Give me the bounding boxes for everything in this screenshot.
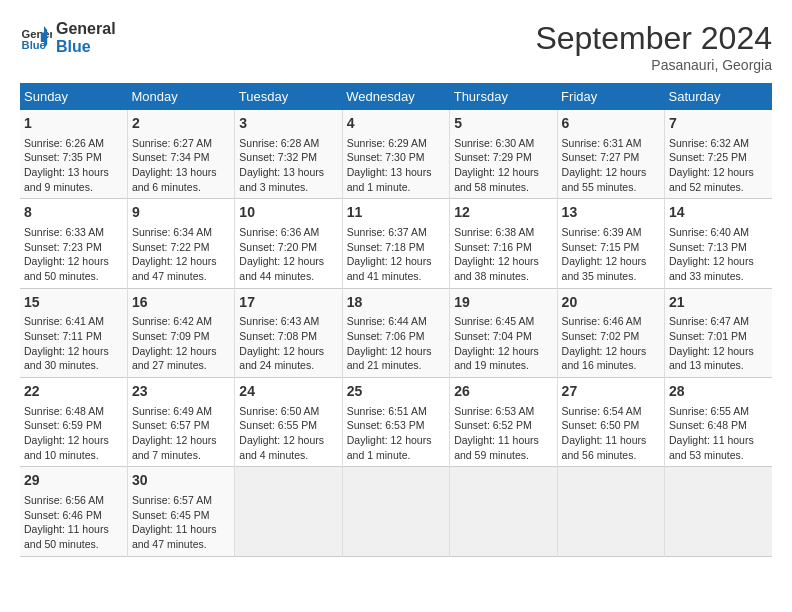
day-number: 16 [132, 293, 230, 313]
calendar-week-row: 8Sunrise: 6:33 AM Sunset: 7:23 PM Daylig… [20, 199, 772, 288]
col-header-thursday: Thursday [450, 83, 557, 110]
logo: General Blue General Blue [20, 20, 116, 55]
calendar-cell [450, 467, 557, 556]
calendar-cell: 12Sunrise: 6:38 AM Sunset: 7:16 PM Dayli… [450, 199, 557, 288]
day-info: Sunrise: 6:37 AM Sunset: 7:18 PM Dayligh… [347, 225, 445, 284]
logo-icon: General Blue [20, 22, 52, 54]
day-info: Sunrise: 6:28 AM Sunset: 7:32 PM Dayligh… [239, 136, 337, 195]
col-header-friday: Friday [557, 83, 664, 110]
day-info: Sunrise: 6:43 AM Sunset: 7:08 PM Dayligh… [239, 314, 337, 373]
month-title: September 2024 [535, 20, 772, 57]
day-info: Sunrise: 6:34 AM Sunset: 7:22 PM Dayligh… [132, 225, 230, 284]
col-header-saturday: Saturday [665, 83, 772, 110]
day-info: Sunrise: 6:53 AM Sunset: 6:52 PM Dayligh… [454, 404, 552, 463]
day-number: 8 [24, 203, 123, 223]
day-number: 19 [454, 293, 552, 313]
calendar-cell: 14Sunrise: 6:40 AM Sunset: 7:13 PM Dayli… [665, 199, 772, 288]
day-number: 17 [239, 293, 337, 313]
day-number: 28 [669, 382, 768, 402]
day-info: Sunrise: 6:50 AM Sunset: 6:55 PM Dayligh… [239, 404, 337, 463]
location: Pasanauri, Georgia [535, 57, 772, 73]
day-info: Sunrise: 6:39 AM Sunset: 7:15 PM Dayligh… [562, 225, 660, 284]
calendar-week-row: 22Sunrise: 6:48 AM Sunset: 6:59 PM Dayli… [20, 378, 772, 467]
day-number: 15 [24, 293, 123, 313]
day-info: Sunrise: 6:36 AM Sunset: 7:20 PM Dayligh… [239, 225, 337, 284]
calendar-cell: 24Sunrise: 6:50 AM Sunset: 6:55 PM Dayli… [235, 378, 342, 467]
calendar-cell: 13Sunrise: 6:39 AM Sunset: 7:15 PM Dayli… [557, 199, 664, 288]
day-number: 6 [562, 114, 660, 134]
day-info: Sunrise: 6:32 AM Sunset: 7:25 PM Dayligh… [669, 136, 768, 195]
calendar-cell [235, 467, 342, 556]
calendar-cell: 15Sunrise: 6:41 AM Sunset: 7:11 PM Dayli… [20, 288, 127, 377]
day-number: 24 [239, 382, 337, 402]
day-number: 29 [24, 471, 123, 491]
day-number: 7 [669, 114, 768, 134]
day-info: Sunrise: 6:47 AM Sunset: 7:01 PM Dayligh… [669, 314, 768, 373]
day-info: Sunrise: 6:51 AM Sunset: 6:53 PM Dayligh… [347, 404, 445, 463]
day-number: 23 [132, 382, 230, 402]
calendar-cell: 17Sunrise: 6:43 AM Sunset: 7:08 PM Dayli… [235, 288, 342, 377]
day-number: 4 [347, 114, 445, 134]
calendar-cell: 10Sunrise: 6:36 AM Sunset: 7:20 PM Dayli… [235, 199, 342, 288]
day-number: 30 [132, 471, 230, 491]
calendar-cell: 19Sunrise: 6:45 AM Sunset: 7:04 PM Dayli… [450, 288, 557, 377]
day-info: Sunrise: 6:42 AM Sunset: 7:09 PM Dayligh… [132, 314, 230, 373]
col-header-tuesday: Tuesday [235, 83, 342, 110]
day-info: Sunrise: 6:49 AM Sunset: 6:57 PM Dayligh… [132, 404, 230, 463]
logo-text-blue: Blue [56, 38, 116, 56]
day-info: Sunrise: 6:33 AM Sunset: 7:23 PM Dayligh… [24, 225, 123, 284]
calendar-week-row: 1Sunrise: 6:26 AM Sunset: 7:35 PM Daylig… [20, 110, 772, 199]
calendar-week-row: 15Sunrise: 6:41 AM Sunset: 7:11 PM Dayli… [20, 288, 772, 377]
day-info: Sunrise: 6:40 AM Sunset: 7:13 PM Dayligh… [669, 225, 768, 284]
day-info: Sunrise: 6:55 AM Sunset: 6:48 PM Dayligh… [669, 404, 768, 463]
day-number: 11 [347, 203, 445, 223]
calendar-cell: 5Sunrise: 6:30 AM Sunset: 7:29 PM Daylig… [450, 110, 557, 199]
day-info: Sunrise: 6:46 AM Sunset: 7:02 PM Dayligh… [562, 314, 660, 373]
calendar-cell: 4Sunrise: 6:29 AM Sunset: 7:30 PM Daylig… [342, 110, 449, 199]
calendar-cell: 21Sunrise: 6:47 AM Sunset: 7:01 PM Dayli… [665, 288, 772, 377]
day-number: 1 [24, 114, 123, 134]
day-number: 22 [24, 382, 123, 402]
calendar-table: SundayMondayTuesdayWednesdayThursdayFrid… [20, 83, 772, 557]
day-number: 18 [347, 293, 445, 313]
day-info: Sunrise: 6:27 AM Sunset: 7:34 PM Dayligh… [132, 136, 230, 195]
day-info: Sunrise: 6:56 AM Sunset: 6:46 PM Dayligh… [24, 493, 123, 552]
day-info: Sunrise: 6:26 AM Sunset: 7:35 PM Dayligh… [24, 136, 123, 195]
day-number: 21 [669, 293, 768, 313]
calendar-cell: 22Sunrise: 6:48 AM Sunset: 6:59 PM Dayli… [20, 378, 127, 467]
day-info: Sunrise: 6:30 AM Sunset: 7:29 PM Dayligh… [454, 136, 552, 195]
calendar-header-row: SundayMondayTuesdayWednesdayThursdayFrid… [20, 83, 772, 110]
calendar-cell: 8Sunrise: 6:33 AM Sunset: 7:23 PM Daylig… [20, 199, 127, 288]
day-info: Sunrise: 6:45 AM Sunset: 7:04 PM Dayligh… [454, 314, 552, 373]
calendar-cell: 2Sunrise: 6:27 AM Sunset: 7:34 PM Daylig… [127, 110, 234, 199]
day-info: Sunrise: 6:57 AM Sunset: 6:45 PM Dayligh… [132, 493, 230, 552]
calendar-cell: 11Sunrise: 6:37 AM Sunset: 7:18 PM Dayli… [342, 199, 449, 288]
calendar-cell: 26Sunrise: 6:53 AM Sunset: 6:52 PM Dayli… [450, 378, 557, 467]
day-number: 26 [454, 382, 552, 402]
day-number: 27 [562, 382, 660, 402]
calendar-cell: 30Sunrise: 6:57 AM Sunset: 6:45 PM Dayli… [127, 467, 234, 556]
day-number: 12 [454, 203, 552, 223]
day-info: Sunrise: 6:44 AM Sunset: 7:06 PM Dayligh… [347, 314, 445, 373]
day-number: 10 [239, 203, 337, 223]
day-info: Sunrise: 6:31 AM Sunset: 7:27 PM Dayligh… [562, 136, 660, 195]
day-info: Sunrise: 6:54 AM Sunset: 6:50 PM Dayligh… [562, 404, 660, 463]
calendar-cell: 29Sunrise: 6:56 AM Sunset: 6:46 PM Dayli… [20, 467, 127, 556]
day-number: 14 [669, 203, 768, 223]
calendar-cell: 9Sunrise: 6:34 AM Sunset: 7:22 PM Daylig… [127, 199, 234, 288]
day-info: Sunrise: 6:48 AM Sunset: 6:59 PM Dayligh… [24, 404, 123, 463]
day-info: Sunrise: 6:41 AM Sunset: 7:11 PM Dayligh… [24, 314, 123, 373]
calendar-week-row: 29Sunrise: 6:56 AM Sunset: 6:46 PM Dayli… [20, 467, 772, 556]
calendar-cell: 7Sunrise: 6:32 AM Sunset: 7:25 PM Daylig… [665, 110, 772, 199]
day-info: Sunrise: 6:38 AM Sunset: 7:16 PM Dayligh… [454, 225, 552, 284]
day-number: 5 [454, 114, 552, 134]
calendar-cell: 28Sunrise: 6:55 AM Sunset: 6:48 PM Dayli… [665, 378, 772, 467]
day-number: 20 [562, 293, 660, 313]
col-header-sunday: Sunday [20, 83, 127, 110]
logo-text-general: General [56, 20, 116, 38]
day-number: 25 [347, 382, 445, 402]
calendar-cell [557, 467, 664, 556]
calendar-cell [342, 467, 449, 556]
page-header: General Blue General Blue September 2024… [20, 20, 772, 73]
calendar-cell: 3Sunrise: 6:28 AM Sunset: 7:32 PM Daylig… [235, 110, 342, 199]
